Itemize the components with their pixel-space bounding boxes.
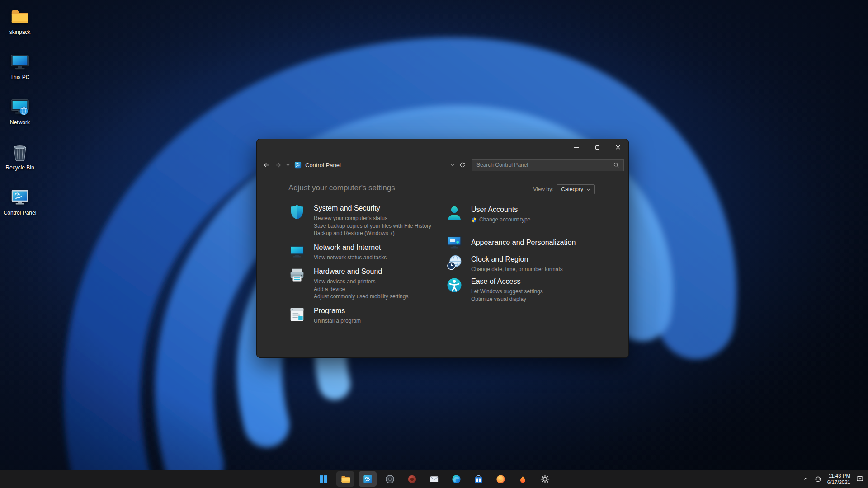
clock-globe-icon[interactable]: [446, 254, 463, 272]
titlebar[interactable]: [257, 139, 628, 155]
forward-arrow-icon: [275, 162, 282, 169]
minimize-button[interactable]: [566, 139, 587, 155]
link-review-your-computers-status[interactable]: Review your computer's status: [314, 215, 431, 222]
categories-right-column: User Accounts Change account type: [446, 205, 611, 308]
category-appearance-and-personalization: Appearance and Personalization: [446, 234, 611, 251]
desktop-icon-skinpack[interactable]: skinpack: [0, 6, 40, 35]
recycle-bin-icon: [9, 142, 30, 163]
link-uninstall-a-program[interactable]: Uninstall a program: [314, 317, 361, 325]
desktop-icon-label: Network: [10, 120, 30, 126]
taskbar-dark-browser[interactable]: [381, 471, 399, 487]
personalization-monitor-icon[interactable]: [446, 234, 463, 251]
category-system-and-security: System and Security Review your computer…: [288, 203, 444, 237]
link-label: Change account type: [479, 216, 530, 224]
taskbar-droplet-app[interactable]: [514, 471, 532, 487]
title-programs[interactable]: Programs: [314, 306, 361, 315]
notification-center-button[interactable]: [856, 475, 863, 483]
store-icon: [473, 474, 484, 484]
taskbar-mail[interactable]: [425, 471, 443, 487]
tray-time: 11:43 PM: [827, 473, 850, 479]
mail-icon: [429, 474, 439, 484]
taskbar-firefox[interactable]: [491, 471, 509, 487]
category-text-block: System and Security Review your computer…: [314, 203, 431, 237]
shield-icon[interactable]: [288, 203, 306, 221]
categories-left-column: System and Security Review your computer…: [288, 203, 444, 330]
accessibility-icon[interactable]: [446, 277, 463, 294]
control-panel-home: Adjust your computer's settings View by:…: [257, 174, 628, 357]
link-optimize-visual-display[interactable]: Optimize visual display: [471, 296, 543, 303]
link-change-date-time-formats[interactable]: Change date, time, or number formats: [471, 266, 563, 273]
category-ease-of-access: Ease of Access Let Windows suggest setti…: [446, 277, 611, 303]
category-text-block: Hardware and Sound View devices and prin…: [314, 267, 408, 300]
title-clock-and-region[interactable]: Clock and Region: [471, 255, 563, 264]
network-globe-icon: [815, 476, 821, 483]
address-location[interactable]: Control Panel: [305, 162, 341, 169]
control-panel-icon: [294, 161, 302, 169]
taskbar-red-browser[interactable]: [403, 471, 421, 487]
navigation-bar: Control Panel: [257, 155, 628, 174]
control-panel-icon: [363, 474, 373, 484]
desktop-icon-this-pc[interactable]: This PC: [0, 52, 40, 80]
link-adjust-mobility-settings[interactable]: Adjust commonly used mobility settings: [314, 293, 408, 300]
link-change-account-type[interactable]: Change account type: [471, 216, 530, 224]
search-icon[interactable]: [613, 162, 619, 168]
back-button[interactable]: [260, 159, 272, 171]
desktop-icon-network[interactable]: Network: [0, 97, 40, 126]
title-hardware-and-sound[interactable]: Hardware and Sound: [314, 267, 408, 276]
close-button[interactable]: [608, 139, 628, 155]
maximize-button[interactable]: [587, 139, 608, 155]
desktop-icon-recycle-bin[interactable]: Recycle Bin: [0, 142, 40, 171]
taskbar-settings[interactable]: [536, 471, 554, 487]
back-arrow-icon: [263, 162, 270, 169]
chevron-down-icon: [450, 163, 455, 167]
link-save-backup-copies[interactable]: Save backup copies of your files with Fi…: [314, 222, 431, 230]
view-by-dropdown[interactable]: Category: [557, 184, 595, 194]
address-bar[interactable]: [341, 155, 448, 174]
title-system-and-security[interactable]: System and Security: [314, 204, 431, 213]
desktop-icon-label: Control Panel: [4, 210, 37, 216]
start-button[interactable]: [314, 471, 332, 487]
dark-browser-icon: [385, 474, 395, 484]
close-icon: [616, 145, 620, 150]
network-tray-icon[interactable]: [815, 476, 821, 483]
title-user-accounts[interactable]: User Accounts: [471, 205, 530, 214]
user-silhouette-icon[interactable]: [446, 205, 463, 222]
printer-icon[interactable]: [288, 267, 306, 284]
start-icon: [318, 474, 329, 484]
desktop-icon-label: This PC: [10, 75, 30, 80]
address-dropdown-button[interactable]: [448, 159, 457, 171]
taskbar-store[interactable]: [469, 471, 487, 487]
desktop-icon-list: skinpack This PC: [0, 6, 40, 216]
hidden-icons-chevron[interactable]: [802, 476, 809, 482]
taskbar-file-explorer[interactable]: [336, 471, 354, 487]
search-box[interactable]: [472, 159, 624, 171]
title-network-and-internet[interactable]: Network and Internet: [314, 243, 387, 252]
link-view-devices-and-printers[interactable]: View devices and printers: [314, 278, 408, 286]
title-appearance-and-personalization[interactable]: Appearance and Personalization: [471, 238, 576, 247]
desktop-icon-control-panel[interactable]: Control Panel: [0, 187, 40, 216]
view-by-label: View by:: [533, 186, 553, 192]
caption-buttons: [566, 139, 628, 155]
program-window-icon[interactable]: [288, 306, 306, 323]
search-input[interactable]: [476, 162, 613, 168]
taskbar-edge[interactable]: [447, 471, 465, 487]
refresh-button[interactable]: [457, 159, 468, 171]
clock[interactable]: 11:43 PM 6/17/2021: [827, 473, 850, 485]
link-add-a-device[interactable]: Add a device: [314, 286, 408, 293]
network-monitor-icon[interactable]: [288, 243, 306, 260]
link-view-network-status[interactable]: View network status and tasks: [314, 254, 387, 262]
recent-locations-dropdown[interactable]: [284, 159, 292, 171]
category-text-block: Programs Uninstall a program: [314, 306, 361, 325]
title-ease-of-access[interactable]: Ease of Access: [471, 277, 543, 286]
desktop: skinpack This PC: [0, 0, 868, 488]
taskbar-control-panel[interactable]: [359, 471, 377, 487]
category-user-accounts: User Accounts Change account type: [446, 205, 611, 224]
page-heading: Adjust your computer's settings: [288, 183, 395, 192]
control-panel-icon: [9, 187, 30, 208]
link-let-windows-suggest-settings[interactable]: Let Windows suggest settings: [471, 288, 543, 296]
link-backup-and-restore[interactable]: Backup and Restore (Windows 7): [314, 230, 431, 237]
forward-button[interactable]: [272, 159, 284, 171]
edge-icon: [451, 474, 462, 484]
tray-date: 6/17/2021: [827, 479, 850, 485]
control-panel-window: Control Panel Adjust your computer's set…: [256, 139, 629, 358]
